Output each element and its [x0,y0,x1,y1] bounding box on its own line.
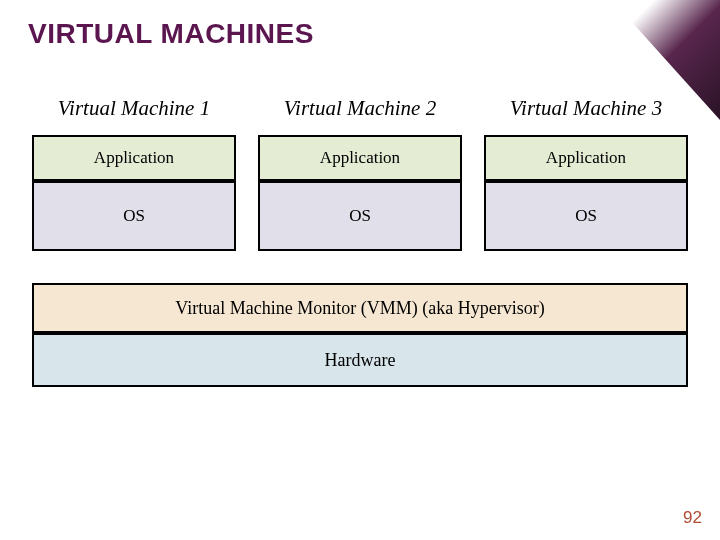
os-box: OS [484,181,688,251]
os-box: OS [258,181,462,251]
vm-label: Virtual Machine 1 [32,96,236,121]
slide-title: VIRTUAL MACHINES [28,18,692,50]
vm-label: Virtual Machine 2 [258,96,462,121]
application-box: Application [258,135,462,181]
application-box: Application [484,135,688,181]
vm-label: Virtual Machine 3 [484,96,688,121]
vm-columns: Virtual Machine 1 Application OS Virtual… [32,96,688,251]
shared-layers: Virtual Machine Monitor (VMM) (aka Hyper… [32,283,688,387]
vm-column-2: Virtual Machine 2 Application OS [258,96,462,251]
vm-column-3: Virtual Machine 3 Application OS [484,96,688,251]
os-box: OS [32,181,236,251]
application-box: Application [32,135,236,181]
diagram-area: Virtual Machine 1 Application OS Virtual… [0,62,720,387]
vm-column-1: Virtual Machine 1 Application OS [32,96,236,251]
hardware-box: Hardware [32,333,688,387]
vmm-box: Virtual Machine Monitor (VMM) (aka Hyper… [32,283,688,333]
page-number: 92 [683,508,702,528]
